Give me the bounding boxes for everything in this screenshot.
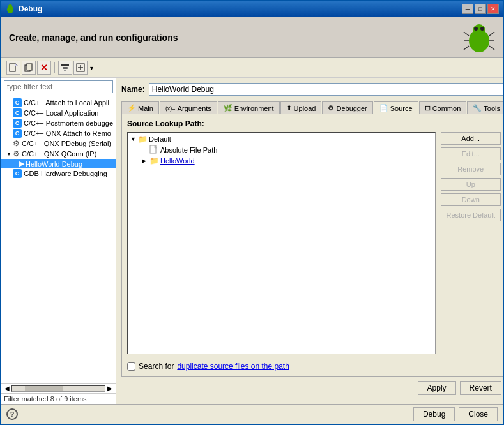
final-row: ? Debug Close: [1, 404, 503, 424]
item-label: C/C++ QNX PDebug (Serial): [22, 140, 111, 147]
tab-label: Common: [432, 105, 461, 112]
up-button[interactable]: Up: [441, 178, 501, 191]
right-panel: Name: ⚡ Main (x)= Arguments 🌿 Environmen…: [116, 78, 503, 404]
filter-input[interactable]: [4, 80, 113, 93]
title-bug-icon: [5, 4, 15, 14]
list-item[interactable]: ▼ ⚙ C/C++ QNX QConn (IP): [1, 149, 116, 159]
tab-main[interactable]: ⚡ Main: [121, 101, 159, 114]
tab-source[interactable]: 📄 Source: [374, 101, 418, 114]
tab-arguments[interactable]: (x)= Arguments: [160, 101, 217, 114]
config-name-input[interactable]: [149, 83, 503, 96]
remove-button[interactable]: Remove: [441, 163, 501, 175]
svg-point-5: [480, 27, 484, 31]
toolbar: ✕ ▾: [1, 58, 503, 78]
tab-debugger[interactable]: ⚙ Debugger: [322, 101, 372, 114]
svg-line-6: [464, 32, 469, 36]
item-label: C/C++ QNX Attach to Remo: [24, 130, 111, 137]
down-button[interactable]: Down: [441, 193, 501, 206]
tab-label: Upload: [294, 105, 316, 112]
list-item[interactable]: C C/C++ Local Application: [1, 108, 116, 118]
tools-tab-icon: 🔧: [473, 104, 482, 112]
duplicate-button[interactable]: [22, 61, 36, 75]
svg-line-9: [489, 32, 494, 36]
help-button[interactable]: ?: [6, 408, 18, 420]
debug-window: Debug ─ □ ✕ Create, manage, and run conf…: [0, 0, 504, 425]
apply-button[interactable]: Apply: [418, 381, 456, 395]
debug-button[interactable]: Debug: [413, 407, 455, 421]
checkbox-label-link[interactable]: duplicate source files on the path: [177, 362, 289, 371]
close-window-button[interactable]: ✕: [487, 4, 499, 14]
svg-rect-17: [63, 67, 68, 69]
list-item[interactable]: C C/C++ QNX Attach to Remo: [1, 128, 116, 138]
scroll-right-btn[interactable]: ▶: [105, 385, 114, 392]
tab-label: Debugger: [336, 105, 367, 112]
source-tree-item[interactable]: ▼ 📁 Default: [129, 134, 433, 144]
duplicate-files-checkbox[interactable]: [127, 362, 135, 371]
minimize-button[interactable]: ─: [462, 4, 473, 14]
content-area: ▼ 📁 Default Absolute File Path: [127, 132, 501, 354]
header-title: Create, manage, and run configurations: [9, 33, 458, 43]
filter-button[interactable]: [58, 61, 72, 75]
list-item[interactable]: C GDB Hardware Debugging: [1, 168, 116, 179]
scroll-left-btn[interactable]: ◀: [3, 385, 11, 392]
folder-icon: 📁: [138, 135, 148, 144]
list-item[interactable]: ⚙ C/C++ QNX PDebug (Serial): [1, 138, 116, 149]
add-button[interactable]: Add...: [441, 132, 501, 145]
source-panel-body: Source Lookup Path: ▼ 📁 Default: [121, 114, 503, 377]
scroll-thumb: [25, 386, 63, 391]
new-config-button[interactable]: [6, 61, 20, 75]
svg-rect-16: [61, 64, 69, 66]
apply-revert-row: Apply Revert: [121, 377, 503, 399]
item-label: HelloWorld Debug: [26, 160, 82, 168]
svg-point-4: [474, 27, 478, 31]
section-label: Source Lookup Path:: [127, 119, 501, 128]
debugger-tab-icon: ⚙: [328, 104, 334, 112]
close-dialog-button[interactable]: Close: [459, 407, 498, 421]
source-item-label: HelloWorld: [160, 157, 195, 165]
item-label: GDB Hardware Debugging: [24, 170, 107, 177]
filter-status: Filter matched 8 of 9 items: [1, 393, 116, 404]
collapsed-arrow-icon: ▶: [142, 158, 149, 164]
toolbar-separator-1: [54, 62, 55, 73]
delete-button[interactable]: ✕: [37, 61, 51, 75]
main-tab-icon: ⚡: [127, 104, 136, 112]
side-buttons: Add... Edit... Remove Up Down Restore De…: [441, 132, 501, 354]
environment-tab-icon: 🌿: [224, 104, 233, 112]
c-icon: C: [13, 119, 22, 128]
c-icon: C: [13, 129, 22, 138]
name-row: Name:: [121, 83, 503, 96]
checkbox-row: Search for duplicate source files on the…: [127, 359, 501, 371]
list-item[interactable]: C C/C++ Postmortem debugge: [1, 118, 116, 128]
tab-upload[interactable]: ⬆ Upload: [280, 101, 322, 114]
config-tree: C C/C++ Attach to Local Appli C C/C++ Lo…: [1, 96, 116, 383]
maximize-button[interactable]: □: [475, 4, 486, 14]
source-tree[interactable]: ▼ 📁 Default Absolute File Path: [127, 132, 435, 354]
left-panel: C C/C++ Attach to Local Appli C C/C++ Lo…: [1, 78, 116, 404]
upload-tab-icon: ⬆: [286, 104, 292, 112]
checkbox-label-before: Search for: [139, 362, 174, 371]
tab-tools[interactable]: 🔧 Tools: [467, 101, 503, 114]
list-item[interactable]: C C/C++ Attach to Local Appli: [1, 98, 116, 108]
h-scrollbar[interactable]: [11, 385, 105, 392]
item-label: C/C++ QNX QConn (IP): [22, 150, 96, 158]
tab-environment[interactable]: 🌿 Environment: [218, 101, 280, 114]
item-label: C/C++ Local Application: [24, 109, 98, 117]
restore-default-button[interactable]: Restore Default: [441, 209, 501, 221]
scroll-area[interactable]: ◀ ▶: [1, 383, 116, 393]
tab-label: Environment: [234, 105, 274, 112]
source-item-label: Absolute File Path: [160, 146, 217, 154]
tab-label: Source: [390, 105, 413, 112]
edit-button[interactable]: Edit...: [441, 147, 501, 160]
gear-icon: ⚙: [13, 149, 20, 158]
window-title: Debug: [19, 4, 459, 13]
tab-common[interactable]: ⊟ Common: [419, 101, 467, 114]
svg-rect-15: [27, 64, 32, 70]
list-item[interactable]: ▶ HelloWorld Debug: [1, 159, 116, 168]
svg-point-1: [8, 4, 12, 8]
title-bar: Debug ─ □ ✕: [1, 1, 503, 17]
source-tree-item[interactable]: Absolute File Path: [129, 144, 433, 156]
source-tree-item[interactable]: ▶ 📁 HelloWorld: [129, 156, 433, 166]
expand-button[interactable]: [73, 61, 88, 75]
filter-wrap: [1, 78, 116, 96]
revert-button[interactable]: Revert: [460, 381, 501, 395]
